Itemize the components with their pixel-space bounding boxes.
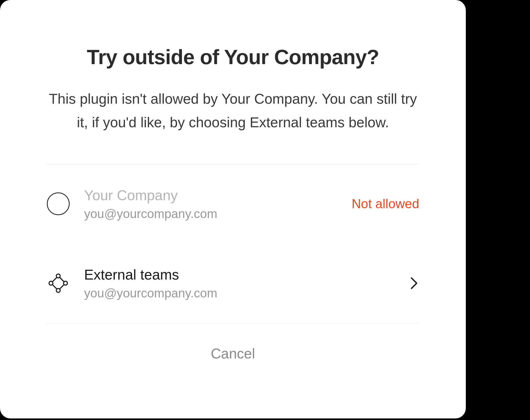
option-external-teams[interactable]: External teams you@yourcompany.com — [47, 244, 419, 323]
svg-point-1 — [64, 281, 68, 285]
circle-icon — [47, 192, 70, 215]
modal-title: Try outside of Your Company? — [0, 45, 466, 69]
community-icon — [47, 272, 70, 295]
not-allowed-status: Not allowed — [352, 196, 419, 211]
plugin-permission-modal: Try outside of Your Company? This plugin… — [0, 0, 466, 418]
option-text: External teams you@yourcompany.com — [84, 266, 395, 300]
option-list: Your Company you@yourcompany.com Not all… — [0, 164, 466, 323]
option-title: External teams — [84, 266, 395, 283]
option-email: you@yourcompany.com — [84, 286, 395, 300]
cancel-button[interactable]: Cancel — [0, 323, 466, 384]
svg-point-3 — [49, 281, 53, 285]
chevron-right-icon — [409, 277, 419, 289]
option-title: Your Company — [84, 187, 337, 204]
svg-point-0 — [56, 274, 60, 278]
modal-description: This plugin isn't allowed by Your Compan… — [0, 87, 466, 134]
svg-point-2 — [56, 289, 60, 292]
option-email: you@yourcompany.com — [84, 207, 337, 221]
option-your-company: Your Company you@yourcompany.com Not all… — [47, 164, 419, 244]
option-text: Your Company you@yourcompany.com — [84, 187, 337, 221]
